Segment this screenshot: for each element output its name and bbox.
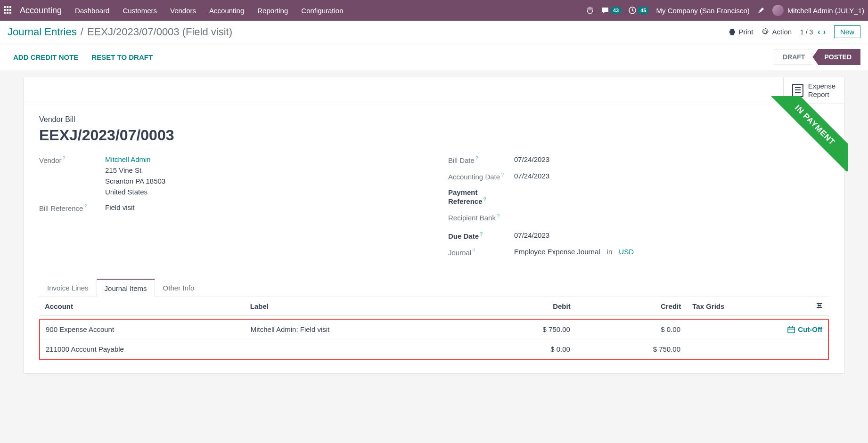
tab-journal-items[interactable]: Journal Items [97,279,155,297]
help-icon[interactable]: ? [63,155,66,161]
vendor-addr2: Scranton PA 18503 [105,177,165,185]
bill-date-value: 07/24/2023 [514,155,549,163]
menu-accounting[interactable]: Accounting [209,7,244,15]
pager-value[interactable]: 1 / 3 [800,28,813,36]
main-menu: Dashboard Customers Vendors Accounting R… [75,7,586,15]
svg-point-3 [818,306,819,308]
vendor-addr3: United States [105,188,165,196]
form-sheet: ExpenseReport IN PAYMENT Vendor Bill EEX… [24,77,844,374]
avatar [772,5,784,16]
journal-items-table: Account Label Debit Credit Tax Grids 900… [39,297,829,360]
messages-icon[interactable]: 43 [601,7,621,14]
menu-vendors[interactable]: Vendors [170,7,196,15]
tab-other-info[interactable]: Other Info [155,279,203,297]
status-bar: ADD CREDIT NOTE RESET TO DRAFT DRAFT POS… [0,43,868,71]
table-row[interactable]: 900 Expense Account Mitchell Admin: Fiel… [40,320,828,339]
document-icon [792,84,803,97]
stat-label: ExpenseReport [808,82,835,99]
vendor-label: Vendor? [39,155,105,164]
reset-to-draft-button[interactable]: RESET TO DRAFT [91,53,153,61]
tools-icon[interactable] [757,7,765,14]
doc-type-label: Vendor Bill [39,115,829,124]
vendor-value: Mitchell Admin 215 Vine St Scranton PA 1… [105,155,165,196]
status-draft[interactable]: DRAFT [774,49,818,65]
cell-label: Mitchell Admin: Field visit [245,320,466,339]
breadcrumb-sep: / [81,26,83,38]
print-button[interactable]: Print [729,28,753,36]
user-menu[interactable]: Mitchell Admin (JULY_1) [772,5,864,16]
pager-next-icon[interactable]: › [823,28,826,36]
breadcrumb-bar: Journal Entries / EEXJ/2023/07/0003 (Fie… [0,21,868,43]
journal-label: Journal? [448,248,514,257]
help-icon[interactable]: ? [480,231,483,237]
col-tax-grids[interactable]: Tax Grids [687,297,766,316]
help-icon[interactable]: ? [84,203,87,209]
journal-value: Employee Expense Journal in USD [514,248,634,256]
recip-bank-label: Recipient Bank? [448,213,514,222]
cell-debit: $ 750.00 [466,320,576,339]
currency-link[interactable]: USD [619,248,634,256]
bill-date-label: Bill Date? [448,155,514,164]
cell-credit: $ 750.00 [576,339,686,359]
svg-rect-4 [788,327,794,333]
cell-cutoff: Cut-Off [765,320,828,339]
activity-badge: 45 [638,7,648,14]
due-date-value: 07/24/2023 [514,231,549,239]
status-widget: DRAFT POSTED [774,49,860,65]
vendor-link[interactable]: Mitchell Admin [105,155,151,163]
pager-prev-icon[interactable]: ‹ [818,28,820,36]
app-title[interactable]: Accounting [20,6,62,16]
msg-badge: 43 [611,7,621,14]
cell-tax [686,320,765,339]
action-button[interactable]: Action [762,28,792,36]
table-row[interactable]: 211000 Account Payable $ 0.00 $ 750.00 [40,339,828,359]
svg-point-2 [819,305,821,306]
cell-account: 900 Expense Account [40,320,245,339]
bill-ref-value: Field visit [105,203,135,211]
cell-label [245,339,466,359]
pay-ref-label: Payment Reference? [448,188,514,205]
new-button[interactable]: New [834,25,860,38]
help-icon[interactable]: ? [483,196,487,202]
menu-configuration[interactable]: Configuration [301,7,343,15]
bill-ref-label: Bill Reference? [39,203,105,212]
help-icon[interactable]: ? [472,248,475,253]
acct-date-label: Accounting Date? [448,172,514,181]
help-icon[interactable]: ? [475,155,478,161]
control-panel-right: Print Action 1 / 3 ‹ › New [729,25,860,38]
cell-debit: $ 0.00 [466,339,576,359]
breadcrumb: Journal Entries / EEXJ/2023/07/0003 (Fie… [8,26,729,38]
menu-reporting[interactable]: Reporting [257,7,288,15]
status-posted[interactable]: POSTED [812,49,860,65]
expense-report-stat-button[interactable]: ExpenseReport [783,77,844,104]
cell-credit: $ 0.00 [576,320,686,339]
add-credit-note-button[interactable]: ADD CREDIT NOTE [13,53,78,61]
vendor-addr1: 215 Vine St [105,166,165,174]
col-debit[interactable]: Debit [466,297,576,316]
col-account[interactable]: Account [39,297,245,316]
optional-columns-icon[interactable] [766,297,829,316]
activity-icon[interactable]: 45 [629,7,648,14]
help-icon[interactable]: ? [497,213,500,218]
notebook-tabs: Invoice Lines Journal Items Other Info [39,278,829,297]
cell-account: 211000 Account Payable [40,339,245,359]
topbar-right: 43 45 My Company (San Francisco) Mitchel… [586,5,864,16]
doc-title: EEXJ/2023/07/0003 [39,127,829,144]
bug-icon[interactable] [586,7,594,14]
topbar: Accounting Dashboard Customers Vendors A… [0,0,868,21]
pager: 1 / 3 ‹ › [800,28,826,36]
tab-invoice-lines[interactable]: Invoice Lines [39,279,97,297]
cell-tax [686,339,765,359]
help-icon[interactable]: ? [501,172,504,177]
svg-point-1 [818,303,819,305]
col-label[interactable]: Label [245,297,466,316]
user-name: Mitchell Admin (JULY_1) [787,7,864,15]
breadcrumb-parent[interactable]: Journal Entries [8,26,77,38]
cell-cutoff [765,339,828,359]
cutoff-button[interactable]: Cut-Off [770,325,822,333]
menu-dashboard[interactable]: Dashboard [75,7,109,15]
menu-customers[interactable]: Customers [123,7,157,15]
apps-icon[interactable] [4,6,12,15]
company-switcher[interactable]: My Company (San Francisco) [656,7,749,15]
col-credit[interactable]: Credit [576,297,687,316]
